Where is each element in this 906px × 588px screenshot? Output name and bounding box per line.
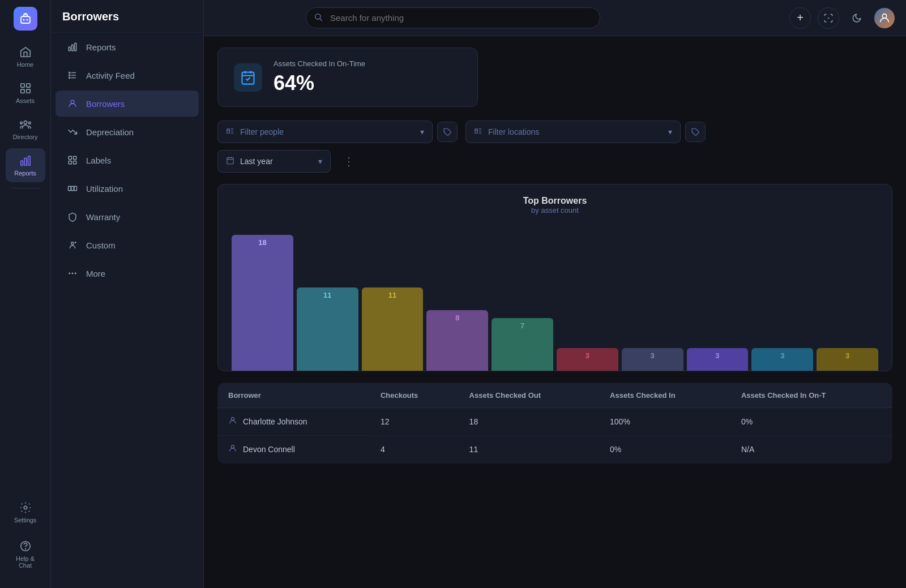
filter-locations-wrap: Filter locations ▾ bbox=[465, 121, 706, 143]
date-row: Last year ▾ ⋮ bbox=[217, 150, 892, 173]
icon-sidebar: Home Assets Directory bbox=[0, 0, 51, 588]
sidebar-item-settings[interactable]: Settings bbox=[6, 495, 45, 529]
bar-col-4[interactable]: 7 bbox=[492, 224, 553, 371]
bar-0[interactable]: 18 bbox=[232, 235, 293, 371]
search-input[interactable] bbox=[306, 7, 600, 28]
bar-col-8[interactable]: 3 bbox=[751, 224, 813, 371]
bar-col-7[interactable]: 3 bbox=[687, 224, 749, 371]
more-options-button[interactable]: ⋮ bbox=[339, 151, 359, 171]
col-borrower: Borrower bbox=[218, 383, 370, 408]
col-checkouts: Checkouts bbox=[370, 383, 459, 408]
nav-item-custom-label: Custom bbox=[86, 241, 116, 250]
svg-rect-19 bbox=[75, 43, 76, 51]
bar-2[interactable]: 11 bbox=[362, 287, 424, 371]
filter-people-wrap: Filter people ▾ bbox=[217, 121, 458, 143]
nav-borrowers-icon bbox=[67, 98, 78, 109]
main-area: + bbox=[204, 0, 906, 588]
stat-card-value: 64% bbox=[273, 71, 365, 95]
nav-sidebar: Borrowers Reports Activity Feed bbox=[51, 0, 204, 588]
cell-checked-in-0: 100% bbox=[600, 408, 731, 436]
bar-col-2[interactable]: 11 bbox=[362, 224, 424, 371]
sidebar-item-assets[interactable]: Assets bbox=[6, 76, 45, 110]
svg-point-40 bbox=[315, 14, 320, 19]
svg-point-24 bbox=[69, 77, 70, 78]
svg-rect-17 bbox=[69, 47, 70, 51]
filter-locations[interactable]: Filter locations ▾ bbox=[465, 121, 681, 143]
stat-card-icon bbox=[234, 63, 262, 92]
stat-card: Assets Checked In On-Time 64% bbox=[217, 48, 478, 107]
theme-toggle[interactable] bbox=[846, 7, 867, 29]
svg-rect-30 bbox=[74, 161, 76, 164]
nav-item-more[interactable]: More bbox=[55, 260, 199, 286]
bar-chart: 1811118733333 bbox=[232, 224, 878, 371]
nav-custom-icon bbox=[67, 239, 78, 251]
svg-point-20 bbox=[69, 72, 70, 73]
bar-8[interactable]: 3 bbox=[751, 348, 813, 371]
nav-item-activity[interactable]: Activity Feed bbox=[55, 62, 199, 88]
user-avatar[interactable] bbox=[874, 8, 895, 28]
svg-marker-50 bbox=[227, 129, 229, 134]
bar-col-5[interactable]: 3 bbox=[557, 224, 618, 371]
nav-item-borrowers-label: Borrowers bbox=[86, 99, 125, 109]
cell-checked-out-0: 18 bbox=[459, 408, 600, 436]
cell-on-time-0: 0% bbox=[731, 408, 892, 436]
bar-4[interactable]: 7 bbox=[492, 318, 553, 371]
svg-rect-28 bbox=[74, 156, 76, 159]
bar-col-0[interactable]: 18 bbox=[232, 224, 293, 371]
svg-point-67 bbox=[231, 445, 234, 448]
bar-5[interactable]: 3 bbox=[557, 348, 618, 371]
filter-locations-tag[interactable] bbox=[685, 122, 706, 142]
filter-people-tag[interactable] bbox=[437, 122, 458, 142]
table-row: Charlotte Johnson 12 18 100% 0% bbox=[218, 408, 892, 436]
date-label: Last year bbox=[240, 157, 313, 166]
nav-item-labels-label: Labels bbox=[86, 156, 111, 165]
table-wrapper: Borrower Checkouts Assets Checked Out As… bbox=[217, 383, 892, 463]
filter-people[interactable]: Filter people ▾ bbox=[217, 121, 433, 143]
sidebar-item-home[interactable]: Home bbox=[6, 40, 45, 74]
nav-item-reports[interactable]: Reports bbox=[55, 34, 199, 60]
svg-point-1 bbox=[23, 19, 24, 21]
sidebar-item-directory[interactable]: Directory bbox=[6, 112, 45, 146]
date-select[interactable]: Last year ▾ bbox=[217, 150, 331, 173]
nav-item-labels[interactable]: Labels bbox=[55, 147, 199, 173]
filter-locations-icon bbox=[474, 127, 482, 137]
sidebar-item-help[interactable]: Help & Chat bbox=[6, 534, 45, 574]
cell-borrower-0: Charlotte Johnson bbox=[218, 408, 370, 436]
svg-rect-11 bbox=[20, 161, 23, 165]
svg-rect-18 bbox=[72, 45, 74, 51]
bar-col-3[interactable]: 8 bbox=[426, 224, 488, 371]
search-bar-container bbox=[306, 7, 600, 28]
sidebar-item-reports-label: Reports bbox=[14, 170, 36, 177]
bar-1[interactable]: 11 bbox=[297, 287, 358, 371]
svg-rect-6 bbox=[20, 89, 24, 93]
chart-title: Top Borrowers bbox=[232, 196, 878, 206]
bar-9[interactable]: 3 bbox=[817, 348, 878, 371]
bar-col-6[interactable]: 3 bbox=[622, 224, 683, 371]
nav-item-custom[interactable]: Custom bbox=[55, 232, 199, 258]
bar-6[interactable]: 3 bbox=[622, 348, 683, 371]
sidebar-item-directory-label: Directory bbox=[12, 134, 37, 140]
cell-on-time-1: N/A bbox=[731, 436, 892, 463]
bar-3[interactable]: 8 bbox=[426, 310, 488, 371]
app-logo[interactable] bbox=[14, 7, 37, 31]
nav-item-utilization[interactable]: Utilization bbox=[55, 175, 199, 201]
bar-col-9[interactable]: 3 bbox=[817, 224, 878, 371]
col-on-time: Assets Checked In On-T bbox=[731, 383, 892, 408]
nav-item-borrowers[interactable]: Borrowers bbox=[55, 91, 199, 117]
nav-item-warranty[interactable]: Warranty bbox=[55, 204, 199, 230]
nav-item-depreciation[interactable]: Depreciation bbox=[55, 119, 199, 145]
sidebar-bottom: Settings Help & Chat bbox=[6, 495, 45, 581]
svg-point-2 bbox=[26, 19, 28, 21]
cell-checkouts-1: 4 bbox=[370, 436, 459, 463]
table-row: Devon Connell 4 11 0% N/A bbox=[218, 436, 892, 463]
topbar: + bbox=[204, 0, 906, 36]
scan-button[interactable] bbox=[818, 7, 839, 29]
svg-rect-32 bbox=[71, 186, 74, 191]
add-button[interactable]: + bbox=[789, 7, 811, 29]
bar-col-1[interactable]: 11 bbox=[297, 224, 358, 371]
person-icon bbox=[228, 416, 237, 427]
bar-7[interactable]: 3 bbox=[687, 348, 749, 371]
sidebar-item-reports[interactable]: Reports bbox=[6, 148, 45, 182]
nav-item-warranty-label: Warranty bbox=[86, 212, 120, 222]
table-header-row: Borrower Checkouts Assets Checked Out As… bbox=[218, 383, 892, 408]
